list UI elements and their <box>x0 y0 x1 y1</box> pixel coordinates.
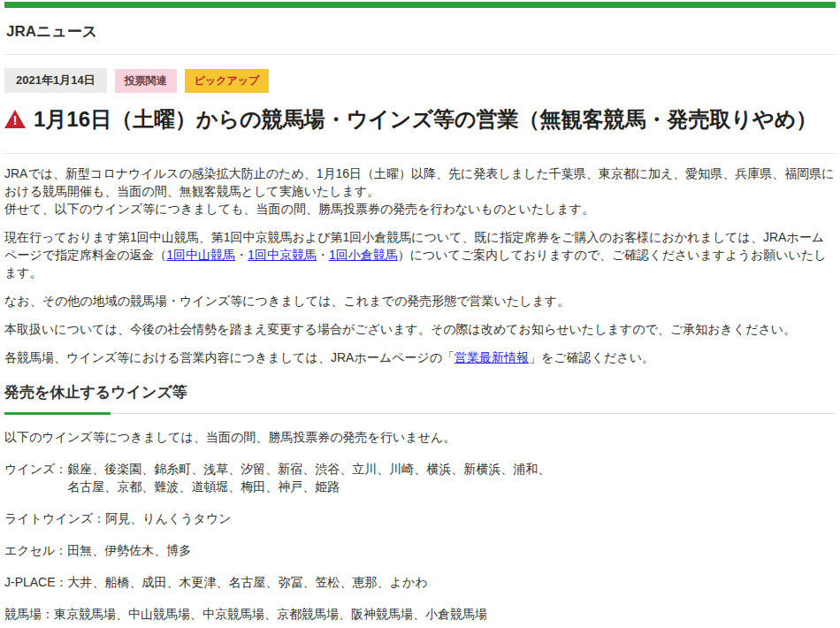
page-title: JRAニュース <box>4 21 836 55</box>
link-kokura-keiba[interactable]: 1回小倉競馬 <box>329 248 398 262</box>
paragraph-other-regions: なお、その他の地域の競馬場・ウインズ等につきましては、これまでの発売形態で営業い… <box>4 292 836 310</box>
section-title-suspended-sales: 発売を休止するウインズ等 <box>4 382 836 414</box>
list-item-wins: ウインズ：銀座、後楽園、錦糸町、浅草、汐留、新宿、渋谷、立川、川崎、横浜、新横浜… <box>4 460 836 495</box>
link-nakayama-keiba[interactable]: 1回中山競馬 <box>166 248 235 262</box>
paragraph-subject-to-change: 本取扱いについては、今後の社会情勢を踏まえ変更する場合がございます。その際は改め… <box>4 320 836 338</box>
top-accent-bar <box>4 2 836 8</box>
tag-voting-related: 投票関連 <box>115 69 177 93</box>
list-item-j-place: J-PLACE：大井、船橋、成田、木更津、名古屋、弥冨、笠松、恵那、よかわ <box>4 573 836 591</box>
text-segment: 」をご確認ください。 <box>529 350 654 364</box>
link-latest-business-info[interactable]: 営業最新情報 <box>454 350 529 364</box>
text-segment: ・ <box>317 248 329 262</box>
suspended-locations-list: ウインズ：銀座、後楽園、錦糸町、浅草、汐留、新宿、渋谷、立川、川崎、横浜、新横浜… <box>4 460 836 623</box>
link-chukyo-keiba[interactable]: 1回中京競馬 <box>248 248 317 262</box>
paragraph-refund: 現在行っております第1回中山競馬、第1回中京競馬および第1回小倉競馬について、既… <box>4 228 836 281</box>
list-item-excel: エクセル：田無、伊勢佐木、博多 <box>4 541 836 559</box>
entry-body: 阿見、りんくうタウン <box>105 509 231 527</box>
article-date-badge: 2021年1月14日 <box>4 68 107 93</box>
article-meta: 2021年1月14日 投票関連 ピックアップ <box>4 68 836 93</box>
article-title: !1月16日（土曜）からの競馬場・ウインズ等の営業（無観客競馬・発売取りやめ） <box>4 105 836 154</box>
section-intro: 以下のウインズ等につきましては、当面の間、勝馬投票券の発売を行いません。 <box>4 428 836 446</box>
text-segment: 各競馬場、ウインズ等における営業内容につきましては、JRAホームページの「 <box>4 350 454 364</box>
entry-label: J-PLACE： <box>4 573 68 591</box>
entry-body: 東京競馬場、中山競馬場、中京競馬場、京都競馬場、阪神競馬場、小倉競馬場 <box>54 605 487 623</box>
entry-body: 田無、伊勢佐木、博多 <box>67 541 191 559</box>
article-title-text: 1月16日（土曜）からの競馬場・ウインズ等の営業（無観客競馬・発売取りやめ） <box>34 107 817 131</box>
list-item-racecourses: 競馬場：東京競馬場、中山競馬場、中京競馬場、京都競馬場、阪神競馬場、小倉競馬場 <box>4 605 836 623</box>
text-segment: 併せて、以下のウインズ等につきましても、当面の間、勝馬投票券の発売を行わないもの… <box>4 202 594 216</box>
text-segment: 名古屋、京都、難波、道頓堀、梅田、神戸、姫路 <box>67 479 340 494</box>
warning-exclamation-mark: ! <box>13 113 18 128</box>
jra-news-page: JRAニュース 2021年1月14日 投票関連 ピックアップ !1月16日（土曜… <box>0 2 840 623</box>
paragraph-latest-info: 各競馬場、ウインズ等における営業内容につきましては、JRAホームページの「営業最… <box>4 348 836 366</box>
text-segment: JRAでは、新型コロナウイルスの感染拡大防止のため、1月16日（土曜）以降、先に… <box>4 166 835 198</box>
tag-pickup: ピックアップ <box>185 69 270 93</box>
warning-triangle-icon: ! <box>4 110 26 128</box>
text-segment: ・ <box>235 248 248 262</box>
text-segment: 銀座、後楽園、錦糸町、浅草、汐留、新宿、渋谷、立川、川崎、横浜、新横浜、浦和、 <box>67 462 550 476</box>
paragraph-announcement: JRAでは、新型コロナウイルスの感染拡大防止のため、1月16日（土曜）以降、先に… <box>4 165 836 218</box>
entry-label: エクセル： <box>4 541 67 559</box>
article-body: JRAでは、新型コロナウイルスの感染拡大防止のため、1月16日（土曜）以降、先に… <box>4 165 836 366</box>
entry-label: 競馬場： <box>4 605 54 623</box>
list-item-light-wins: ライトウインズ：阿見、りんくうタウン <box>4 509 836 527</box>
entry-body: 銀座、後楽園、錦糸町、浅草、汐留、新宿、渋谷、立川、川崎、横浜、新横浜、浦和、名… <box>67 460 550 495</box>
entry-label: ウインズ： <box>4 460 67 495</box>
entry-body: 大井、船橋、成田、木更津、名古屋、弥冨、笠松、恵那、よかわ <box>68 573 428 591</box>
entry-label: ライトウインズ： <box>4 509 105 527</box>
